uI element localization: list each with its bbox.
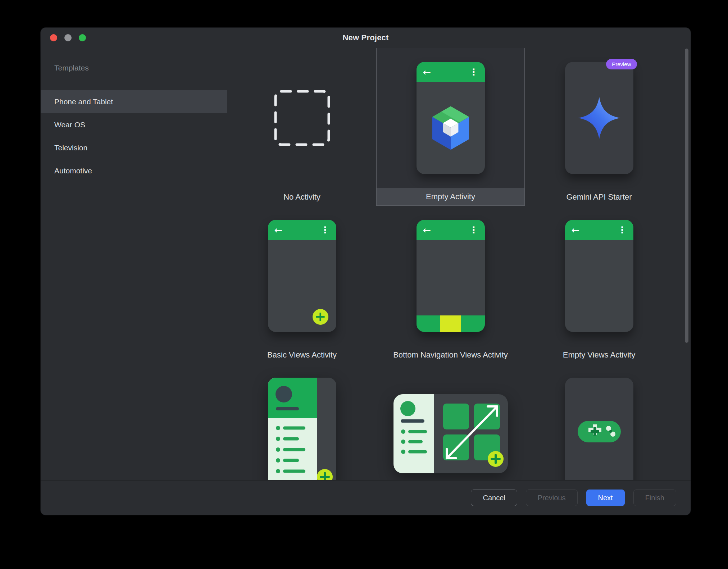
empty-views-phone-mockup: ← ⋮: [565, 220, 633, 332]
cancel-button[interactable]: Cancel: [471, 490, 517, 506]
gemini-phone-mockup: [565, 62, 633, 174]
template-card-no-activity[interactable]: No Activity: [228, 48, 376, 206]
zoom-window-button[interactable]: [79, 34, 86, 41]
kebab-menu-icon: ⋮: [469, 226, 478, 235]
next-button[interactable]: Next: [586, 490, 625, 506]
dialog-footer: Cancel Previous Next Finish: [41, 480, 691, 515]
back-arrow-icon: ←: [572, 225, 580, 235]
template-card-game-activity[interactable]: [525, 364, 673, 480]
titlebar: New Project: [41, 28, 691, 48]
template-card-navigation-drawer[interactable]: [228, 364, 376, 480]
close-window-button[interactable]: [50, 34, 57, 41]
no-activity-icon: [274, 90, 331, 146]
template-card-basic-views-activity[interactable]: ← ⋮ + Basic Views Activity: [228, 206, 376, 364]
kebab-menu-icon: ⋮: [618, 226, 627, 235]
vertical-scrollbar[interactable]: [685, 49, 688, 479]
game-phone-mockup: [565, 378, 633, 480]
sidebar-header: Templates: [41, 64, 227, 72]
kebab-menu-icon: ⋮: [469, 68, 478, 77]
template-label: No Activity: [228, 188, 376, 206]
template-label: Gemini API Starter: [525, 188, 673, 206]
template-card-bottom-navigation-views-activity[interactable]: ← ⋮ Bottom Navigation Views Activity: [376, 206, 525, 364]
sidebar-item-wear-os[interactable]: Wear OS: [41, 113, 227, 136]
template-label: Empty Activity: [377, 188, 524, 205]
sidebar-item-television[interactable]: Television: [41, 136, 227, 159]
finish-button[interactable]: Finish: [633, 490, 676, 506]
navigation-drawer-icon: [268, 378, 336, 480]
previous-button[interactable]: Previous: [526, 490, 578, 506]
template-card-empty-views-activity[interactable]: ← ⋮ Empty Views Activity: [525, 206, 673, 364]
back-arrow-icon: ←: [423, 67, 431, 77]
sidebar-item-label: Television: [54, 144, 87, 152]
bottom-nav-bar-icon: [417, 315, 485, 332]
empty-activity-phone-mockup: ← ⋮: [417, 62, 485, 174]
bottom-nav-phone-mockup: ← ⋮: [417, 220, 485, 332]
window-title: New Project: [342, 33, 388, 42]
sidebar-item-label: Automotive: [54, 167, 92, 175]
templates-sidebar: Templates Phone and Tablet Wear OS Telev…: [41, 48, 227, 480]
minimize-window-button[interactable]: [64, 34, 72, 41]
sidebar-item-phone-and-tablet[interactable]: Phone and Tablet: [41, 90, 227, 113]
primary-detail-icon: [393, 394, 508, 473]
template-card-gemini-api-starter[interactable]: Preview: [525, 48, 673, 206]
sidebar-item-automotive[interactable]: Automotive: [41, 159, 227, 182]
template-label: Basic Views Activity: [228, 346, 376, 364]
preview-badge: Preview: [606, 59, 637, 69]
back-arrow-icon: ←: [423, 225, 431, 235]
new-project-dialog: New Project Templates Phone and Tablet W…: [41, 28, 691, 515]
gemini-spark-icon: [577, 95, 622, 141]
template-label: Empty Views Activity: [525, 346, 673, 364]
gamepad-icon: [577, 418, 622, 445]
template-gallery: No Activity ← ⋮: [227, 48, 691, 480]
basic-views-phone-mockup: ← ⋮ +: [268, 220, 336, 332]
jetpack-compose-logo-icon: [429, 105, 472, 151]
traffic-lights: [50, 28, 86, 48]
back-arrow-icon: ←: [274, 225, 283, 235]
template-card-empty-activity[interactable]: ← ⋮: [376, 48, 525, 206]
scrollbar-thumb[interactable]: [685, 49, 688, 343]
fab-plus-icon: +: [313, 309, 328, 325]
sidebar-item-label: Wear OS: [54, 120, 85, 129]
template-card-primary-detail[interactable]: [376, 364, 525, 480]
template-label: Bottom Navigation Views Activity: [376, 346, 525, 364]
kebab-menu-icon: ⋮: [321, 226, 330, 235]
sidebar-item-label: Phone and Tablet: [54, 97, 113, 106]
